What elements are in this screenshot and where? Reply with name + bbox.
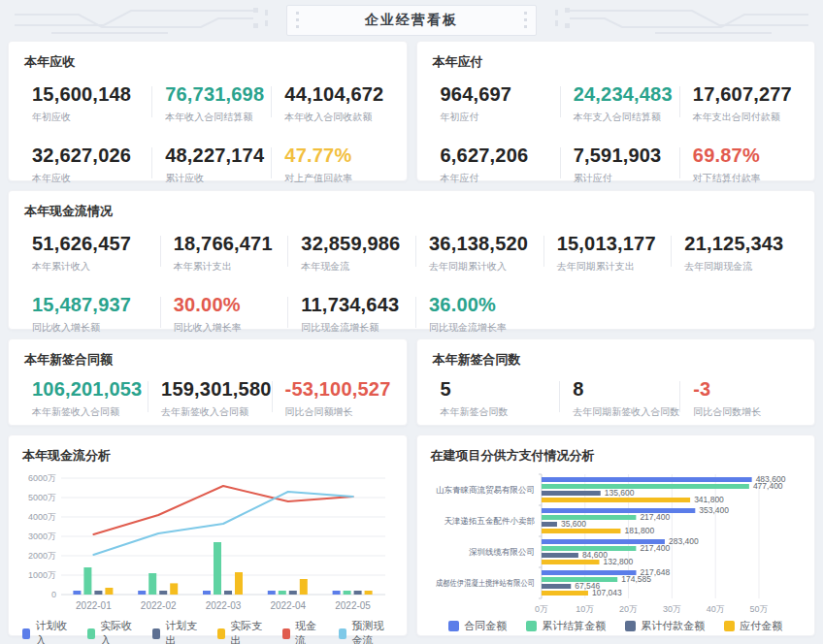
stat-empty — [671, 294, 799, 335]
y-axis-tick-label: 5000万 — [28, 493, 56, 502]
stat-value: 7,591,903 — [574, 145, 679, 167]
dashboard-page: 企业经营看板 本年应收 15,600,148年初应收76,731,698本年收入… — [0, 0, 823, 644]
legend-item[interactable]: 计划支出 — [152, 619, 198, 644]
bar — [333, 591, 341, 595]
card-cashflow-chart: 本年现金流分析 01000万2000万3000万4000万5000万6000万2… — [8, 435, 408, 636]
stat-value: 21,125,343 — [684, 233, 799, 255]
legend-item[interactable]: 累计付款金额 — [625, 619, 705, 633]
stat-label: 年初应收 — [32, 111, 151, 124]
stats-grid: 964,697年初应付24,234,483本年支入合同结算额17,607,277… — [433, 83, 800, 185]
legend-swatch-icon — [448, 621, 459, 631]
circuit-decoration-left — [15, 1, 277, 40]
stat-item: 18,766,471本年累计支出 — [160, 233, 288, 274]
stat-value: 15,600,148 — [32, 83, 151, 106]
x-axis-tick-label: 0万 — [534, 604, 547, 614]
x-axis-tick-label: 2022-05 — [335, 600, 371, 611]
card-title: 本年新签合同数 — [433, 351, 800, 369]
stats-grid: 15,600,148年初应收76,731,698本年收入合同结算额44,104,… — [24, 83, 391, 185]
legend-label: 合同金额 — [464, 619, 507, 633]
legend-item[interactable]: 现金流 — [282, 619, 319, 644]
stat-label: 年初应付 — [441, 111, 560, 124]
stat-value: 32,859,986 — [301, 233, 415, 255]
card-payable: 本年应付 964,697年初应付24,234,483本年支入合同结算额17,60… — [416, 41, 816, 181]
legend-swatch-icon — [724, 621, 735, 631]
stat-label: 同比合同数增长 — [693, 405, 799, 419]
supplier-chart-legend: 合同金额累计结算金额累计付款金额应付金额 — [431, 619, 802, 633]
stat-label: 去年同期现金流 — [684, 260, 799, 274]
stat-label: 本年应收 — [32, 172, 151, 185]
stat-value: 106,201,053 — [32, 378, 148, 401]
stats-grid: 5本年新签合同数8去年同期新签收入合同数-3同比合同数增长 — [433, 378, 800, 419]
x-axis-tick-label: 20万 — [619, 604, 638, 614]
stat-value: 6,627,206 — [441, 145, 560, 167]
bar — [542, 584, 571, 589]
y-axis-tick-label: 1000万 — [28, 570, 56, 580]
legend-label: 计划支出 — [165, 619, 198, 644]
card-title: 本年应付 — [433, 53, 800, 71]
x-axis-tick-label: 10万 — [576, 604, 594, 614]
stat-value: 69.87% — [693, 145, 799, 167]
value-label: 217,400 — [640, 543, 670, 553]
stat-label: 本年新签收入合同额 — [32, 405, 148, 419]
y-axis-tick-label: 4000万 — [28, 512, 56, 522]
stat-value: 36,138,520 — [429, 233, 543, 255]
value-label: 283,400 — [668, 536, 698, 546]
bar — [300, 579, 308, 595]
stat-item: 21,125,343去年同期现金流 — [671, 233, 799, 274]
legend-label: 累计付款金额 — [641, 619, 705, 633]
bar — [235, 572, 243, 595]
stat-value: 15,487,937 — [32, 294, 160, 316]
card-title: 本年现金流情况 — [24, 203, 799, 220]
legend-item[interactable]: 应付金额 — [724, 619, 782, 633]
stat-item: 17,607,277本年支出合同付款额 — [679, 83, 799, 124]
stat-value: 11,734,643 — [301, 294, 415, 316]
bar — [542, 560, 599, 564]
stat-label: 同比现金流增长率 — [429, 321, 543, 335]
stat-item: 32,627,026本年应收 — [32, 145, 151, 185]
bar — [542, 591, 588, 596]
bar — [542, 515, 636, 520]
legend-item[interactable]: 预测现金流 — [339, 619, 393, 644]
bar — [542, 529, 620, 533]
legend-item[interactable]: 实际收入 — [87, 619, 133, 644]
category-label: 天津递拓五金配件小卖部 — [444, 516, 535, 526]
y-axis-tick-label: 0 — [51, 590, 56, 599]
stat-value: -3 — [693, 378, 799, 401]
legend-item[interactable]: 计划收入 — [22, 619, 68, 644]
bar — [73, 591, 81, 595]
stat-item: 6,627,206本年应付 — [441, 145, 560, 185]
value-label: 35,600 — [560, 519, 585, 529]
card-title: 本年新签合同额 — [24, 351, 391, 369]
bar — [542, 484, 749, 489]
dashboard-header: 企业经营看板 — [8, 0, 815, 41]
bar — [279, 591, 286, 595]
stat-value: 17,607,277 — [693, 83, 799, 106]
stat-label: 去年新签收入合同额 — [161, 405, 271, 419]
x-axis-tick-label: 50万 — [749, 604, 768, 614]
legend-label: 应付金额 — [740, 619, 782, 633]
stat-label: 对下结算付款率 — [693, 172, 799, 185]
bar — [83, 567, 91, 595]
value-label: 174,585 — [621, 574, 651, 584]
x-axis-tick-label: 2022-02 — [141, 600, 177, 611]
legend-swatch-icon — [526, 621, 537, 631]
legend-item[interactable]: 合同金额 — [448, 619, 507, 633]
stat-item: 24,234,483本年支入合同结算额 — [560, 83, 679, 124]
bar — [94, 591, 102, 595]
bar — [214, 542, 221, 595]
legend-label: 累计结算金额 — [542, 619, 606, 633]
stat-item: -53,100,527同比合同额增长 — [272, 378, 391, 419]
stat-value: 30.00% — [174, 294, 288, 316]
value-label: 353,400 — [699, 505, 729, 515]
stat-label: 同比合同额增长 — [285, 405, 391, 419]
stat-item: 15,487,937同比收入增长额 — [32, 294, 160, 335]
bar — [542, 477, 752, 482]
stat-label: 同比收入增长率 — [174, 321, 288, 335]
legend-item[interactable]: 实际支出 — [217, 619, 263, 644]
stat-item: 44,104,672本年收入合同收款额 — [271, 83, 390, 124]
bar — [138, 591, 146, 595]
bar — [542, 522, 557, 527]
legend-item[interactable]: 累计结算金额 — [526, 619, 606, 633]
value-label: 181,800 — [624, 526, 654, 535]
x-axis-tick-label: 40万 — [706, 604, 724, 614]
